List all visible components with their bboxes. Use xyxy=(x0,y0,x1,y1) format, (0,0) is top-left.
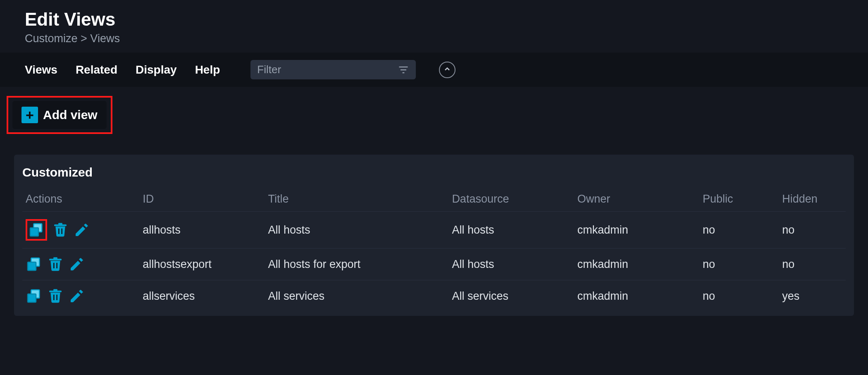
breadcrumb: Customize > Views xyxy=(25,32,868,45)
svg-rect-16 xyxy=(28,294,36,302)
menu-bar: Views Related Display Help xyxy=(0,53,868,87)
customized-section: Customized Actions ID Title Datasource O… xyxy=(14,155,854,316)
menu-display[interactable]: Display xyxy=(136,63,177,76)
pencil-icon[interactable] xyxy=(74,222,90,238)
table-row: allhostsAll hostsAll hostscmkadminnono xyxy=(22,212,846,248)
th-id: ID xyxy=(139,189,265,212)
svg-rect-12 xyxy=(56,263,57,268)
views-table: Actions ID Title Datasource Owner Public… xyxy=(22,189,846,312)
cell-hidden: no xyxy=(779,248,846,280)
action-bar: + Add view xyxy=(0,96,868,134)
breadcrumb-parent[interactable]: Customize xyxy=(25,32,78,45)
chevron-up-icon xyxy=(443,65,451,75)
th-owner: Owner xyxy=(574,189,699,212)
highlight-add-view: + Add view xyxy=(7,96,112,134)
add-view-button[interactable]: + Add view xyxy=(12,101,107,129)
breadcrumb-separator: > xyxy=(81,32,87,45)
svg-rect-4 xyxy=(30,228,38,236)
svg-rect-5 xyxy=(58,229,60,234)
menu-views[interactable]: Views xyxy=(25,63,57,76)
cell-datasource: All hosts xyxy=(448,248,574,280)
svg-rect-10 xyxy=(28,262,36,270)
table-row: allhostsexportAll hosts for exportAll ho… xyxy=(22,248,846,280)
cell-title: All hosts xyxy=(265,212,448,248)
menu-related[interactable]: Related xyxy=(76,63,117,76)
trash-icon[interactable] xyxy=(47,288,64,304)
cell-datasource: All services xyxy=(448,280,574,312)
cell-title: All services xyxy=(265,280,448,312)
th-title: Title xyxy=(265,189,448,212)
trash-icon[interactable] xyxy=(47,256,64,272)
breadcrumb-current: Views xyxy=(90,32,120,45)
filter-input[interactable] xyxy=(257,63,398,76)
clone-icon[interactable] xyxy=(26,219,47,241)
filter-container xyxy=(250,60,416,79)
cell-hidden: no xyxy=(779,212,846,248)
add-view-label: Add view xyxy=(43,108,98,122)
filter-icon[interactable] xyxy=(398,64,409,76)
cell-public: no xyxy=(699,248,779,280)
th-actions: Actions xyxy=(22,189,139,212)
menu-help[interactable]: Help xyxy=(195,63,220,76)
svg-rect-18 xyxy=(56,295,57,300)
cell-hidden: yes xyxy=(779,280,846,312)
plus-icon: + xyxy=(21,107,38,123)
table-row: allservicesAll servicesAll servicescmkad… xyxy=(22,280,846,312)
cell-title: All hosts for export xyxy=(265,248,448,280)
cell-id: allhostsexport xyxy=(139,248,265,280)
svg-rect-8 xyxy=(58,223,62,225)
pencil-icon[interactable] xyxy=(69,288,85,304)
trash-icon[interactable] xyxy=(52,222,69,238)
cell-id: allhosts xyxy=(139,212,265,248)
cell-owner: cmkadmin xyxy=(574,280,699,312)
clone-icon[interactable] xyxy=(26,256,42,272)
cell-public: no xyxy=(699,280,779,312)
clone-icon[interactable] xyxy=(26,288,42,304)
svg-rect-17 xyxy=(53,295,55,300)
svg-rect-11 xyxy=(53,263,55,268)
cell-owner: cmkadmin xyxy=(574,212,699,248)
page-header: Edit Views Customize > Views xyxy=(0,9,868,45)
page-title: Edit Views xyxy=(25,9,868,30)
cell-id: allservices xyxy=(139,280,265,312)
svg-rect-14 xyxy=(53,257,57,259)
svg-rect-6 xyxy=(61,229,62,234)
section-title: Customized xyxy=(22,165,846,179)
th-datasource: Datasource xyxy=(448,189,574,212)
svg-rect-20 xyxy=(53,289,57,291)
th-public: Public xyxy=(699,189,779,212)
th-hidden: Hidden xyxy=(779,189,846,212)
pencil-icon[interactable] xyxy=(69,256,85,272)
cell-owner: cmkadmin xyxy=(574,248,699,280)
cell-datasource: All hosts xyxy=(448,212,574,248)
collapse-toolbar-button[interactable] xyxy=(439,62,455,78)
cell-public: no xyxy=(699,212,779,248)
